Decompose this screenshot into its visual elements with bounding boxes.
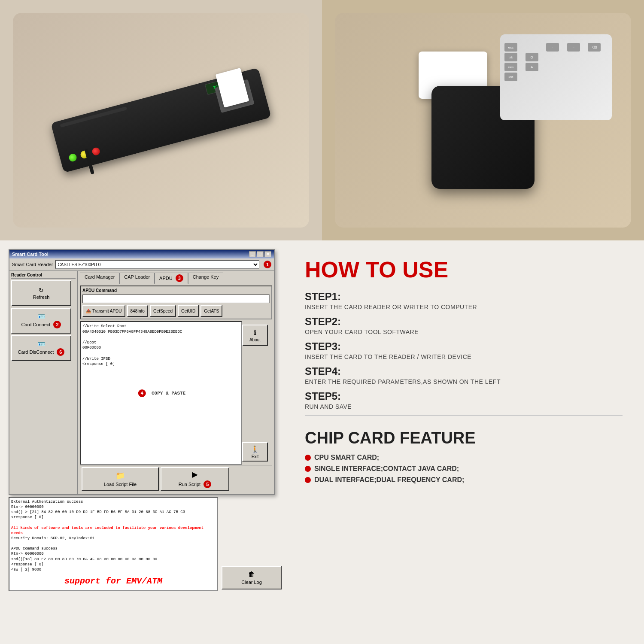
key-del: ⌫ — [588, 43, 601, 52]
step2-label: STEP2: — [305, 316, 623, 328]
load-icon: 📁 — [115, 471, 125, 480]
reader-leds — [68, 147, 101, 163]
step-1: STEP1: INSERT THE CARD READER OR WRITER … — [305, 291, 623, 310]
led-red — [91, 147, 101, 156]
chip-feature-2: SINGLE INTERFACE;CONTACT JAVA CARD; — [305, 465, 623, 473]
log-section: External Authentication success Rtn-> 00… — [9, 497, 218, 591]
title-bar-buttons: _ □ ✕ — [249, 251, 271, 257]
close-button[interactable]: ✕ — [264, 251, 271, 257]
tab-cap-loader[interactable]: CAP Loader — [119, 273, 155, 284]
step-2: STEP2: OPEN YOUR CARD TOOL SOFTWARE — [305, 316, 623, 335]
app-title: Smart Card Tool — [12, 252, 49, 257]
bottom-buttons: 📁 Load Script File ▶ Run Script 5 — [80, 465, 272, 492]
about-button[interactable]: ℹ About — [242, 325, 268, 346]
card-disconnect-button[interactable]: 🪪 Card DisConnect 6 — [11, 335, 71, 361]
step-5: STEP5: RUN AND SAVE — [305, 390, 623, 410]
bullet-3 — [305, 477, 311, 483]
card-connect-button[interactable]: 🪪 Card Connect 2 — [11, 308, 71, 334]
emv-banner: support for EMV/ATM — [64, 576, 162, 586]
separator — [305, 415, 623, 416]
apdu-buttons: 📤 Transmit APDU 848Info GetSpeed GetUID — [82, 305, 270, 317]
getuid-button[interactable]: GetUID — [178, 305, 199, 317]
card-connect-label: Card Connect 2 — [21, 321, 61, 328]
load-script-button[interactable]: 📁 Load Script File — [82, 467, 159, 491]
software-panel: Smart Card Tool _ □ ✕ Smart Card Reader … — [9, 249, 283, 635]
key-q: Q — [526, 53, 538, 61]
tabs-bar: Card Manager CAP Loader APDU 3 Change Ke… — [80, 273, 272, 284]
chip-card-title: CHIP CARD FEATURE — [305, 429, 623, 447]
annotation-5: 5 — [204, 480, 211, 488]
getats-button[interactable]: GetATS — [200, 305, 222, 317]
reader-select[interactable]: CASTLES EZ100PU 0 — [55, 260, 259, 269]
key-caps: caps — [504, 63, 517, 71]
chip-features-list: CPU SMART CARD; SINGLE INTERFACE;CONTACT… — [305, 454, 623, 484]
transmit-apdu-button[interactable]: 📤 Transmit APDU — [82, 305, 125, 317]
refresh-button[interactable]: ↻ Refresh — [11, 280, 71, 306]
key-esc: esc — [504, 43, 517, 52]
run-script-button[interactable]: ▶ Run Script 5 — [161, 467, 229, 491]
key-tab: tab — [504, 53, 517, 61]
annotation-1: 1 — [264, 261, 271, 268]
nfc-reader-visual: esc - = ⌫ tab Q caps A — [335, 13, 631, 228]
text-area-container: //Write Select Root 00A4040010 FB03D7FF6… — [80, 321, 272, 465]
clear-log-button[interactable]: 🗑 Clear Log — [222, 566, 282, 589]
log-text: External Authentication success Rtn-> 00… — [11, 499, 216, 572]
step1-label: STEP1: — [305, 291, 623, 303]
run-icon: ▶ — [192, 470, 198, 479]
right-product-image: esc - = ⌫ tab Q caps A — [322, 0, 644, 240]
annotation-3: 3 — [176, 274, 183, 282]
log-row: External Authentication success Rtn-> 00… — [9, 497, 283, 591]
run-label: Run Script 5 — [179, 480, 211, 488]
chip-feature-3-text: DUAL INTERFACE;DUAL FREQUENCY CARD; — [314, 476, 464, 484]
clear-log-icon: 🗑 — [248, 571, 255, 578]
get848info-button[interactable]: 848Info — [127, 305, 148, 317]
minimize-button[interactable]: _ — [249, 251, 256, 257]
clear-log-area: 🗑 Clear Log — [220, 497, 283, 591]
chip-feature-1-text: CPU SMART CARD; — [314, 454, 379, 462]
step3-label: STEP3: — [305, 340, 623, 352]
bullet-1 — [305, 455, 311, 461]
tab-change-key[interactable]: Change Key — [188, 273, 224, 284]
step5-label: STEP5: — [305, 390, 623, 402]
how-to-panel: HOW TO USE STEP1: INSERT THE CARD READER… — [292, 249, 635, 635]
card-slot — [215, 79, 255, 113]
left-control-panel: Reader Control ↻ Refresh 🪪 Card Connect … — [9, 271, 78, 494]
card-disconnect-icon: 🪪 — [38, 340, 45, 347]
reader-control-label: Reader Control — [11, 273, 76, 279]
refresh-icon: ↻ — [39, 287, 44, 294]
emv-text: support for EMV/ATM — [64, 576, 162, 586]
reader-label: Smart Card Reader — [12, 262, 53, 267]
annotation-6: 6 — [57, 348, 64, 356]
step-4: STEP4: ENTER THE REQUIRED PARAMETERS,AS … — [305, 365, 623, 385]
exit-button[interactable]: 🚶 Exit — [242, 442, 268, 462]
chip-feature-2-text: SINGLE INTERFACE;CONTACT JAVA CARD; — [314, 465, 459, 473]
chip-feature-1: CPU SMART CARD; — [305, 454, 623, 462]
script-content: //Write Select Root 00A4040010 FB03D7FF6… — [82, 324, 240, 367]
tab-card-manager[interactable]: Card Manager — [80, 273, 119, 284]
maximize-button[interactable]: □ — [257, 251, 264, 257]
about-label: About — [249, 337, 261, 342]
led-green — [68, 153, 78, 162]
transmit-icon: 📤 — [86, 309, 91, 313]
content-area: Reader Control ↻ Refresh 🪪 Card Connect … — [9, 271, 274, 494]
top-section: 205 — [0, 0, 644, 240]
app-window: Smart Card Tool _ □ ✕ Smart Card Reader … — [9, 249, 275, 495]
exit-label: Exit — [252, 454, 259, 459]
apdu-input[interactable] — [82, 295, 270, 303]
apdu-section: APDU Command 📤 Transmit APDU 848Info — [80, 286, 272, 319]
load-label: Load Script File — [104, 482, 137, 487]
script-textarea[interactable]: //Write Select Root 00A4040010 FB03D7FF6… — [80, 321, 242, 465]
card — [216, 68, 249, 108]
step3-desc: INSERT THE CARD TO THE READER / WRITER D… — [305, 353, 623, 360]
key-eq: = — [567, 43, 580, 52]
annotation-2: 2 — [53, 321, 61, 328]
key-shift: shift — [504, 73, 517, 81]
step5-desc: RUN AND SAVE — [305, 403, 623, 410]
key-a: A — [526, 63, 538, 71]
getspeed-button[interactable]: GetSpeed — [150, 305, 176, 317]
right-panel: Card Manager CAP Loader APDU 3 Change Ke… — [78, 271, 274, 494]
about-icon: ℹ — [254, 328, 256, 337]
exit-icon: 🚶 — [251, 445, 259, 453]
tab-apdu[interactable]: APDU 3 — [155, 273, 188, 284]
step-3: STEP3: INSERT THE CARD TO THE READER / W… — [305, 340, 623, 360]
